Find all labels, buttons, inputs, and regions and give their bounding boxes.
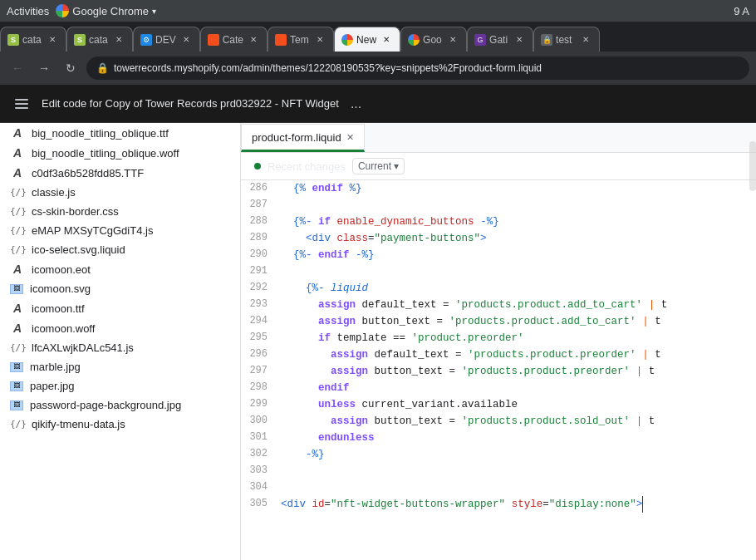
file-item[interactable]: Abig_noodle_titling_oblique.ttf [0, 123, 240, 143]
activities-label[interactable]: Activities [7, 5, 49, 17]
line-content[interactable]: assign default_text = 'products.product.… [277, 297, 756, 313]
code-file-icon: {/} [10, 419, 25, 430]
code-line: 305<div id="nft-widget-buttons-wrapper" … [241, 496, 756, 513]
editor-tabs: product-form.liquid ✕ [241, 123, 756, 153]
current-dropdown[interactable]: Current ▾ [352, 158, 405, 174]
hamburger-line [15, 99, 28, 101]
file-name: icomoon.woff [32, 322, 95, 335]
file-item[interactable]: Aicomoon.woff [0, 318, 240, 338]
more-options-button[interactable]: ... [351, 96, 361, 111]
hamburger-line [15, 103, 28, 105]
line-content[interactable]: endunless [277, 430, 756, 446]
file-item[interactable]: {/}lfcAXLwjkDALc541.js [0, 338, 240, 357]
line-content[interactable] [277, 263, 756, 280]
line-content[interactable]: {% endif %} [277, 180, 756, 197]
tab-close-tab1[interactable]: ✕ [46, 33, 59, 47]
file-item[interactable]: {/}eMAP MXSyTCgGdiT4.js [0, 221, 240, 240]
recent-changes-bar: Recent changes Current ▾ [241, 153, 756, 180]
file-name: qikify-tmenu-data.js [32, 418, 125, 430]
file-item[interactable]: Abig_noodle_titling_oblique.woff [0, 143, 240, 163]
tab-label-tab6: New [356, 34, 376, 46]
browser-tab-tab1[interactable]: Scata✕ [0, 27, 66, 52]
sidebar-toggle-button[interactable] [10, 92, 33, 115]
code-line: 297 assign button_text = 'products.produ… [241, 363, 756, 380]
line-content[interactable]: {%- if enable_dynamic_buttons -%} [277, 214, 756, 230]
line-content[interactable]: <div id="nft-widget-buttons-wrapper" sty… [277, 496, 756, 513]
editor-tab-close[interactable]: ✕ [346, 132, 354, 143]
browser-tab-tab4[interactable]: Cate✕ [200, 27, 268, 52]
file-item[interactable]: 🖼icomoon.svg [0, 279, 240, 298]
line-content[interactable]: assign button_text = 'products.product.s… [277, 413, 756, 430]
tab-label-tab5: Tem [290, 34, 310, 46]
line-content[interactable]: if template == 'product.preorder' [277, 330, 756, 346]
editor-tab-label: product-form.liquid [252, 131, 341, 144]
file-item[interactable]: Ac0df3a6b528fdd85.TTF [0, 163, 240, 183]
tab-close-tab5[interactable]: ✕ [313, 33, 326, 47]
chrome-dropdown-icon[interactable]: ▾ [152, 7, 156, 16]
file-item[interactable]: Aicomoon.eot [0, 259, 240, 279]
font-file-icon: A [10, 166, 25, 179]
file-item[interactable]: {/}cs-skin-border.css [0, 202, 240, 221]
line-content[interactable] [277, 197, 756, 214]
tab-close-tab2[interactable]: ✕ [112, 33, 125, 47]
back-button[interactable]: ← [7, 57, 28, 79]
line-content[interactable]: -%} [277, 446, 756, 463]
browser-tab-tab2[interactable]: Scata✕ [66, 27, 133, 52]
code-file-icon: {/} [10, 342, 25, 353]
file-name: paper.jpg [30, 380, 75, 392]
file-item[interactable]: {/}classie.js [0, 183, 240, 202]
tab-close-tab6[interactable]: ✕ [380, 33, 393, 47]
forward-button[interactable]: → [33, 57, 55, 79]
line-content[interactable]: {%- endif -%} [277, 247, 756, 263]
current-label: Current [358, 160, 391, 172]
line-content[interactable]: <div class="payment-buttons"> [277, 230, 756, 247]
tab-close-tab4[interactable]: ✕ [247, 33, 260, 47]
line-content[interactable]: assign button_text = 'products.product.a… [277, 313, 756, 330]
file-item[interactable]: 🖼marble.jpg [0, 357, 240, 376]
line-number: 294 [241, 313, 277, 330]
hamburger-line [15, 107, 28, 109]
code-line: 287 [241, 197, 756, 214]
browser-tab-tab6[interactable]: New✕ [334, 27, 400, 52]
line-content[interactable]: unless current_variant.available [277, 396, 756, 413]
line-content[interactable] [277, 463, 756, 479]
line-number: 299 [241, 396, 277, 413]
code-line: 301 endunless [241, 430, 756, 446]
tab-favicon-tab5 [275, 34, 287, 46]
code-file-icon: {/} [10, 206, 25, 217]
browser-tab-tab8[interactable]: GGati✕ [467, 27, 533, 52]
code-editor[interactable]: 286 {% endif %}287288 {%- if enable_dyna… [241, 180, 756, 560]
editor-main: Abig_noodle_titling_oblique.ttfAbig_nood… [0, 123, 756, 560]
line-content[interactable]: assign default_text = 'products.product.… [277, 346, 756, 363]
reload-button[interactable]: ↻ [60, 57, 81, 79]
tab-close-tab8[interactable]: ✕ [513, 33, 526, 47]
line-content[interactable]: endif [277, 380, 756, 396]
line-number: 304 [241, 479, 277, 496]
file-item[interactable]: {/}qikify-tmenu-data.js [0, 415, 240, 434]
browser-tab-tab3[interactable]: ⚙DEV✕ [133, 27, 200, 52]
line-content[interactable] [277, 479, 756, 496]
line-content[interactable]: assign button_text = 'products.product.p… [277, 363, 756, 380]
code-line: 304 [241, 479, 756, 496]
browser-tab-tab7[interactable]: Goo✕ [400, 27, 467, 52]
tab-close-tab7[interactable]: ✕ [446, 33, 459, 47]
code-line: 299 unless current_variant.available [241, 396, 756, 413]
tab-label-tab3: DEV [155, 34, 176, 46]
file-item[interactable]: {/}ico-select.svg.liquid [0, 240, 240, 259]
tab-favicon-tab9: 🔒 [541, 34, 552, 46]
address-bar[interactable]: 🔒 towerrecords.myshopify.com/admin/theme… [86, 56, 749, 80]
file-item[interactable]: 🖼paper.jpg [0, 376, 240, 395]
line-number: 296 [241, 346, 277, 363]
tab-close-tab9[interactable]: ✕ [579, 33, 592, 47]
editor-tab-active[interactable]: product-form.liquid ✕ [241, 124, 365, 152]
file-item[interactable]: 🖼password-page-background.jpg [0, 395, 240, 415]
line-number: 305 [241, 496, 277, 513]
code-line: 294 assign button_text = 'products.produ… [241, 313, 756, 330]
file-item[interactable]: Aicomoon.ttf [0, 298, 240, 318]
browser-tab-tab9[interactable]: 🔒test✕ [533, 27, 600, 52]
image-file-icon: 🖼 [10, 362, 23, 372]
tab-close-tab3[interactable]: ✕ [179, 33, 193, 47]
line-content[interactable]: {%- liquid [277, 280, 756, 297]
browser-tab-tab5[interactable]: Tem✕ [268, 27, 334, 52]
line-number: 286 [241, 180, 277, 197]
